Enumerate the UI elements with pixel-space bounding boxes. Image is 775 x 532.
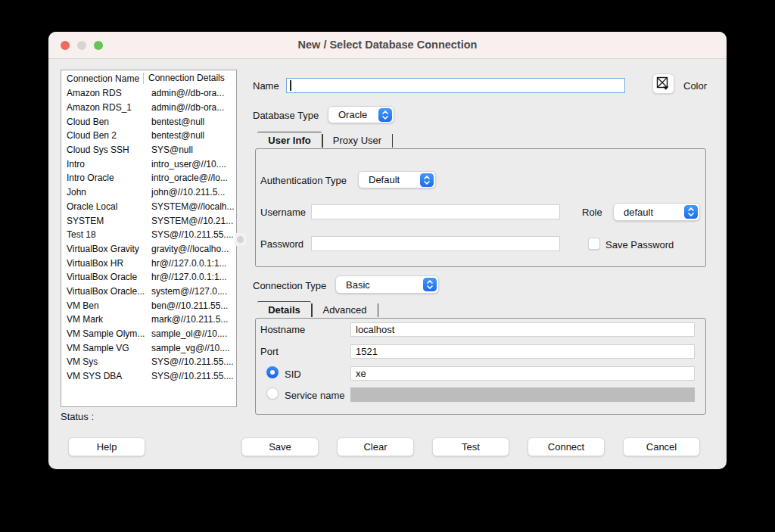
list-item[interactable]: VM Sample Olym...sample_ol@//10.... [61,327,236,341]
connection-details: SYS@//10.211.55.... [146,371,236,381]
list-header[interactable]: Connection Name Connection Details [61,70,236,86]
name-input[interactable] [286,78,625,93]
list-item[interactable]: SYSTEMSYSTEM@//10.21... [61,213,236,228]
hostname-label: Hostname [260,324,305,335]
role-select[interactable]: default [613,203,700,221]
title-bar[interactable]: New / Select Database Connection [48,32,727,59]
connection-details: john@//10.211.5... [146,187,236,198]
role-value: default [614,207,653,218]
color-button[interactable] [652,73,674,94]
connection-name: John [61,187,146,198]
chevron-up-down-icon [684,205,698,219]
list-item[interactable]: Johnjohn@//10.211.5... [61,185,236,200]
details-tab-bar: Details Advanced [257,301,378,318]
service-name-label: Service name [285,390,344,401]
sid-radio[interactable] [266,366,279,378]
test-button[interactable]: Test [432,437,509,456]
connection-list-rows: Amazon RDSadmin@//db-ora...Amazon RDS_1a… [61,86,236,383]
list-item[interactable]: VirtualBox HRhr@//127.0.0.1:1... [61,256,236,270]
list-item[interactable]: Amazon RDSadmin@//db-ora... [61,86,236,101]
tab-advanced[interactable]: Advanced [313,301,378,318]
tab-proxy-user[interactable]: Proxy User [323,132,392,148]
connection-details: SYS@//10.211.55.... [146,356,236,367]
connection-details: hr@//127.0.0.1:1... [146,258,236,269]
cancel-button[interactable]: Cancel [623,437,700,456]
list-item[interactable]: Introintro_user@//10.... [61,157,236,171]
connection-type-select[interactable]: Basic [335,275,439,294]
status-label: Status : [61,411,94,422]
help-button[interactable]: Help [68,437,145,456]
tab-user-info[interactable]: User Info [257,132,322,148]
list-item[interactable]: VM SysSYS@//10.211.55.... [61,355,236,369]
hostname-input[interactable] [350,322,695,337]
password-input[interactable] [311,236,560,251]
list-item[interactable]: VM Benben@//10.211.55... [61,298,236,313]
list-item[interactable]: VM Markmark@//10.211.5... [61,313,236,327]
connection-name: VM Sample VG [61,343,146,353]
connection-name: VirtualBox Oracle... [61,286,146,297]
window-title: New / Select Database Connection [48,39,727,51]
username-input[interactable] [311,204,560,219]
connection-name: Cloud Ben [61,117,146,127]
connection-details: ben@//10.211.55... [146,300,236,311]
username-label: Username [260,207,306,218]
connection-list[interactable]: Connection Name Connection Details Amazo… [61,70,237,407]
connection-details: hr@//127.0.0.1:1... [146,272,236,282]
save-password-checkbox[interactable] [588,238,600,250]
list-item[interactable]: Cloud Ben 2bentest@null [61,129,236,143]
service-name-input [350,387,695,402]
connection-name: VirtualBox HR [61,258,146,269]
connection-details: system@//127.0.... [146,286,236,297]
connection-type-value: Basic [336,279,370,291]
connection-name: Cloud Ben 2 [61,130,146,141]
sid-label: SID [285,369,301,380]
clear-button[interactable]: Clear [337,437,414,456]
dropdown-arrow-icon [663,87,669,90]
list-item[interactable]: VM Sample VGsample_vg@//10.... [61,341,236,355]
tab-separator [378,303,379,317]
list-item[interactable]: Oracle LocalSYSTEM@//localh... [61,200,236,214]
chevron-up-down-icon [423,278,437,291]
scrollbar-thumb[interactable] [235,233,246,246]
role-label: Role [582,207,602,218]
connection-name: VirtualBox Gravity [61,244,146,254]
screen-background: New / Select Database Connection Connect… [0,0,775,532]
list-item[interactable]: VirtualBox Gravitygravity@//localho... [61,242,236,257]
connection-name: Amazon RDS_1 [61,102,146,113]
column-header-details[interactable]: Connection Details [143,73,236,84]
list-item[interactable]: Intro Oracleintro_oracle@//lo... [61,171,236,185]
port-input[interactable] [350,344,695,359]
chevron-up-down-icon [420,173,434,187]
list-item[interactable]: VirtualBox Oraclehr@//127.0.0.1:1... [61,270,236,285]
list-item[interactable]: VM SYS DBASYS@//10.211.55.... [61,369,236,384]
sid-input[interactable] [350,366,695,381]
chevron-up-down-icon [378,108,392,122]
authentication-type-select[interactable]: Default [358,171,436,188]
connection-details: SYS@null [146,145,236,155]
list-item[interactable]: Amazon RDS_1admin@//db-ora... [61,101,236,115]
save-button[interactable]: Save [241,437,319,456]
connection-name: VirtualBox Oracle [61,272,146,282]
connection-name: VM Ben [61,300,146,311]
list-item[interactable]: Test 18SYS@//10.211.55.... [61,228,236,242]
tab-separator [392,134,394,148]
connection-name: Cloud Sys SSH [61,145,146,155]
connection-details: mark@//10.211.5... [146,314,236,325]
connection-details: sample_vg@//10.... [146,343,236,353]
user-info-tab-bar: User Info Proxy User [257,132,393,148]
connection-name: Amazon RDS [61,88,146,98]
connection-details: sample_ol@//10.... [146,328,236,339]
column-header-name[interactable]: Connection Name [61,73,143,84]
color-label: Color [683,80,707,92]
connect-button[interactable]: Connect [528,437,605,456]
list-item[interactable]: Cloud Benbentest@null [61,114,236,129]
list-item[interactable]: VirtualBox Oracle...system@//127.0.... [61,285,236,299]
service-name-radio[interactable] [266,387,279,400]
name-label: Name [253,80,279,92]
color-swatch-icon [656,76,671,91]
connection-details: bentest@null [146,117,236,127]
list-item[interactable]: Cloud Sys SSHSYS@null [61,143,236,157]
connection-details: intro_user@//10.... [146,159,236,170]
tab-details[interactable]: Details [257,301,311,318]
database-type-select[interactable]: Oracle [328,106,394,123]
